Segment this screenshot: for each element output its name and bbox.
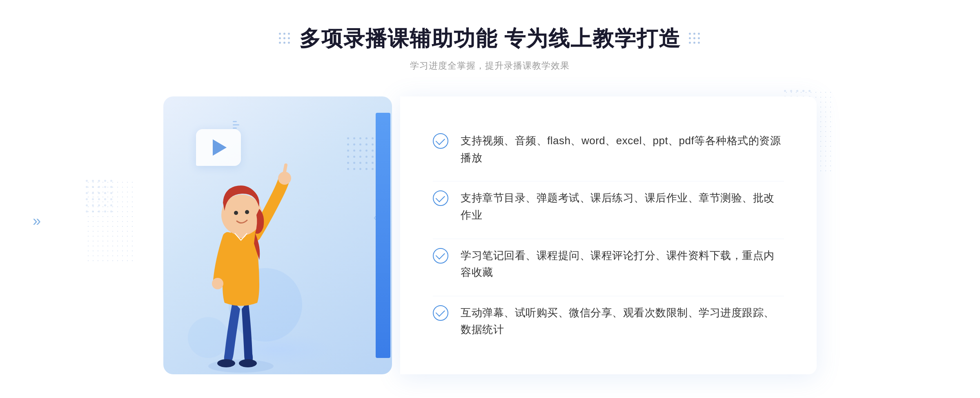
title-wrapper: 多项录播课辅助功能 专为线上教学打造 xyxy=(279,25,701,53)
feature-item-1: 支持视频、音频、flash、word、excel、ppt、pdf等各种格式的资源… xyxy=(433,124,784,174)
check-icon-4 xyxy=(433,305,449,322)
feature-item-3: 学习笔记回看、课程提问、课程评论打分、课件资料下载，重点内容收藏 xyxy=(433,239,784,289)
svg-point-2 xyxy=(239,359,257,367)
svg-point-9 xyxy=(245,210,249,214)
feature-item-2: 支持章节目录、弹题考试、课后练习、课后作业、章节测验、批改作业 xyxy=(433,181,784,232)
blue-connector-bar xyxy=(376,113,390,358)
illus-dots xyxy=(347,137,376,172)
figure-illustration xyxy=(184,145,298,374)
svg-line-4 xyxy=(285,165,286,172)
feature-text-1: 支持视频、音频、flash、word、excel、ppt、pdf等各种格式的资源… xyxy=(461,132,784,166)
check-circle-1 xyxy=(433,133,448,149)
svg-point-1 xyxy=(217,359,235,367)
features-card: 支持视频、音频、flash、word、excel、ppt、pdf等各种格式的资源… xyxy=(400,96,817,374)
dot-pattern-left xyxy=(86,180,135,262)
check-icon-3 xyxy=(433,248,449,264)
svg-point-8 xyxy=(234,211,238,215)
feature-text-4: 互动弹幕、试听购买、微信分享、观看次数限制、学习进度跟踪、数据统计 xyxy=(461,304,784,338)
check-circle-4 xyxy=(433,305,448,321)
speed-lines xyxy=(233,121,239,131)
feature-text-3: 学习笔记回看、课程提问、课程评论打分、课件资料下载，重点内容收藏 xyxy=(461,247,784,281)
illustration-card: « xyxy=(163,96,392,374)
feature-item-4: 互动弹幕、试听购买、微信分享、观看次数限制、学习进度跟踪、数据统计 xyxy=(433,296,784,347)
header-dots-right xyxy=(689,33,701,45)
svg-point-5 xyxy=(212,278,223,289)
sub-title: 学习进度全掌握，提升录播课教学效果 xyxy=(279,60,701,72)
page-container: » 多项录播课辅助功能 专为线上教学打造 学习进度全掌握，提升录播课教学效果 xyxy=(0,0,980,398)
main-title: 多项录播课辅助功能 专为线上教学打造 xyxy=(299,25,681,53)
content-area: « xyxy=(163,96,817,374)
check-icon-2 xyxy=(433,190,449,207)
check-icon-1 xyxy=(433,133,449,150)
check-circle-3 xyxy=(433,248,448,264)
header-dots-left xyxy=(279,33,291,45)
check-circle-2 xyxy=(433,190,448,206)
arrow-left-decoration: » xyxy=(33,212,41,230)
feature-text-2: 支持章节目录、弹题考试、课后练习、课后作业、章节测验、批改作业 xyxy=(461,190,784,224)
header-section: 多项录播课辅助功能 专为线上教学打造 学习进度全掌握，提升录播课教学效果 xyxy=(279,25,701,72)
svg-point-3 xyxy=(278,172,291,185)
